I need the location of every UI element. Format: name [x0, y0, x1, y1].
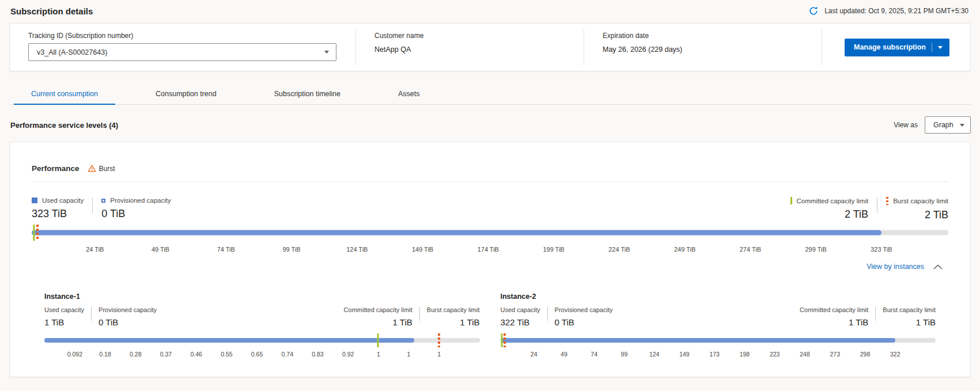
used-capacity-label: Used capacity	[42, 197, 84, 204]
instance-panel-1: Instance-1 Used capacity 1 TiB Provision…	[44, 293, 480, 359]
axis-ticks: 0.0920.180.280.370.460.550.650.740.830.9…	[44, 351, 480, 359]
capacity-bar	[501, 332, 936, 348]
view-by-instances-link[interactable]: View by instances	[867, 263, 924, 271]
tick-label: 198	[740, 351, 750, 358]
tick-label: 74	[591, 351, 597, 358]
chevron-down-icon	[324, 51, 329, 54]
customer-name-value: NetApp QA	[374, 45, 584, 54]
expiration-date-value: May 26, 2026 (229 days)	[603, 45, 822, 54]
provisioned-capacity-value: 0 TiB	[101, 208, 171, 220]
committed-limit-label: Committed capacity limit	[800, 306, 868, 313]
chevron-down-icon[interactable]	[938, 46, 943, 49]
capacity-metrics: Used capacity 322 TiB Provisioned capaci…	[501, 306, 936, 327]
committed-limit-legend-icon	[790, 197, 792, 204]
burst-limit-label: Burst capacity limit	[893, 198, 948, 204]
last-updated-area: Last updated: Oct 9, 2025, 9:21 PM GMT+5…	[808, 6, 968, 16]
chevron-down-icon	[960, 124, 964, 127]
instances-container: Instance-1 Used capacity 1 TiB Provision…	[32, 293, 948, 359]
tab-current-consumption[interactable]: Current consumption	[14, 86, 115, 105]
view-as-select[interactable]: Graph	[925, 116, 971, 134]
manage-subscription-button[interactable]: Manage subscription	[845, 39, 949, 56]
performance-panel: Performance Burst Used capacity 323 TiB …	[9, 142, 971, 377]
divider	[91, 307, 92, 321]
tick-label: 0.18	[99, 351, 111, 358]
burst-limit-value: 2 TiB	[925, 209, 948, 221]
tick-label: 174 TiB	[478, 246, 499, 253]
instance-title: Instance-2	[501, 293, 936, 301]
tick-label: 0.65	[251, 351, 263, 358]
tick-label: 49 TiB	[152, 246, 169, 253]
divider	[419, 307, 420, 321]
warning-icon	[88, 165, 96, 172]
tab-bar: Current consumption Consumption trend Su…	[9, 86, 971, 105]
tick-label: 0.74	[282, 351, 293, 358]
customer-name-label: Customer name	[374, 32, 584, 40]
view-as-label: View as	[894, 121, 918, 129]
instance-capacity-gauge: 24497499124149173198223248273298322	[501, 332, 936, 359]
capacity-metrics: Used capacity 323 TiB Provisioned capaci…	[32, 197, 948, 221]
tick-label: 124	[649, 351, 660, 358]
page-header: Subscription details Last updated: Oct 9…	[0, 0, 980, 18]
used-capacity-value: 322 TiB	[501, 317, 540, 327]
tick-label: 274 TiB	[740, 246, 761, 253]
burst-badge-label: Burst	[99, 165, 115, 173]
provisioned-capacity-label: Provisioned capacity	[555, 306, 613, 313]
tick-label: 0.28	[130, 351, 141, 358]
committed-limit-value: 2 TiB	[845, 208, 868, 221]
tick-label: 224 TiB	[608, 246, 630, 253]
provisioned-capacity-metric: Provisioned capacity 0 TiB	[101, 197, 171, 220]
tick-label: 24 TiB	[86, 246, 104, 253]
tab-consumption-trend[interactable]: Consumption trend	[138, 86, 234, 105]
used-capacity-value: 1 TiB	[44, 317, 84, 327]
tick-label: 0.46	[190, 351, 202, 358]
tick-label: 99	[621, 351, 628, 358]
tick-label: 323 TiB	[871, 246, 892, 253]
divider	[547, 307, 548, 321]
tracking-id-select[interactable]: v3_All (A-S00027643)	[28, 43, 336, 61]
section-title: Performance service levels (4)	[9, 121, 118, 130]
committed-limit-value: 1 TiB	[393, 317, 413, 327]
burst-limit-metric: Burst capacity limit 1 TiB	[427, 306, 480, 327]
committed-limit-metric: Committed capacity limit 2 TiB	[790, 197, 869, 221]
burst-limit-marker	[36, 225, 39, 241]
divider	[92, 198, 93, 213]
used-capacity-fill	[44, 338, 414, 343]
tick-label: 0.55	[221, 351, 232, 358]
provisioned-capacity-metric: Provisioned capacity 0 TiB	[99, 306, 157, 327]
committed-limit-metric: Committed capacity limit 1 TiB	[344, 306, 413, 327]
button-separator	[932, 43, 932, 52]
tick-label: 1	[437, 351, 441, 358]
used-capacity-value: 323 TiB	[32, 208, 84, 220]
actions-section: Manage subscription	[822, 24, 970, 71]
tick-label: 124 TiB	[346, 246, 368, 253]
tick-label: 223	[770, 351, 780, 358]
tick-label: 1	[377, 351, 380, 358]
capacity-metrics: Used capacity 1 TiB Provisioned capacity…	[44, 306, 480, 327]
tick-label: 273	[830, 351, 840, 358]
refresh-icon[interactable]	[808, 6, 819, 16]
divider	[875, 307, 876, 321]
tick-label: 49	[561, 351, 567, 358]
capacity-bar	[44, 332, 480, 348]
tick-label: 1	[407, 351, 411, 358]
tick-label: 199 TiB	[543, 246, 564, 253]
tab-subscription-timeline[interactable]: Subscription timeline	[257, 86, 358, 105]
burst-limit-legend-icon	[886, 197, 888, 205]
committed-limit-metric: Committed capacity limit 1 TiB	[800, 306, 868, 327]
divider	[877, 198, 877, 213]
used-capacity-fill	[501, 338, 895, 343]
section-toolbar: Performance service levels (4) View as G…	[9, 116, 971, 134]
tick-label: 99 TiB	[282, 246, 300, 253]
tab-assets[interactable]: Assets	[381, 86, 437, 105]
view-by-instances-row: View by instances	[32, 263, 943, 271]
panel-title: Performance	[32, 164, 80, 173]
used-capacity-label: Used capacity	[44, 306, 84, 313]
tick-label: 249 TiB	[674, 246, 695, 253]
burst-limit-value: 1 TiB	[916, 317, 936, 327]
tick-label: 298	[860, 351, 871, 358]
tick-label: 74 TiB	[217, 246, 235, 253]
burst-limit-marker	[438, 333, 440, 347]
subscription-summary-card: Tracking ID (Subscription number) v3_All…	[9, 23, 971, 71]
provisioned-capacity-metric: Provisioned capacity 0 TiB	[555, 306, 613, 327]
chevron-up-icon[interactable]	[933, 264, 943, 269]
